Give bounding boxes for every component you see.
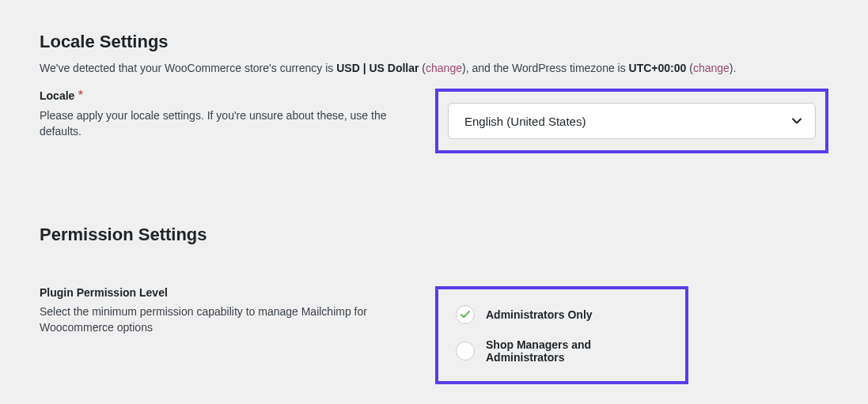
locale-select[interactable]: English (United States) [448,103,816,139]
locale-field-label: Locale [40,89,74,102]
permission-option-label: Shop Managers and Administrators [486,338,668,364]
locale-field-help: Please apply your locale settings. If yo… [40,108,419,140]
permission-field-help: Select the minimum permission capability… [40,304,419,336]
permission-options-highlight: Administrators Only Shop Managers and Ad… [435,286,688,384]
locale-select-value: English (United States) [464,115,586,128]
permission-option-managers[interactable]: Shop Managers and Administrators [456,338,668,364]
permission-option-label: Administrators Only [486,308,593,321]
radio-indicator [456,342,475,361]
required-mark: * [78,89,83,102]
permission-field-label: Plugin Permission Level [40,286,419,299]
locale-settings-section: Locale Settings We've detected that your… [40,32,828,153]
permission-option-admins[interactable]: Administrators Only [456,305,668,324]
locale-heading: Locale Settings [40,32,828,52]
permission-heading: Permission Settings [40,225,828,245]
permission-settings-section: Permission Settings Plugin Permission Le… [40,225,828,384]
check-icon [461,311,470,319]
radio-indicator [456,305,475,324]
change-timezone-link[interactable]: change [693,62,730,74]
detected-currency: USD | US Dollar [336,62,419,74]
detected-timezone: UTC+00:00 [629,62,687,74]
change-currency-link[interactable]: change [426,62,462,74]
locale-intro: We've detected that your WooCommerce sto… [40,62,828,74]
permission-radio-group: Administrators Only Shop Managers and Ad… [456,305,668,364]
locale-select-highlight: English (United States) [435,89,828,153]
